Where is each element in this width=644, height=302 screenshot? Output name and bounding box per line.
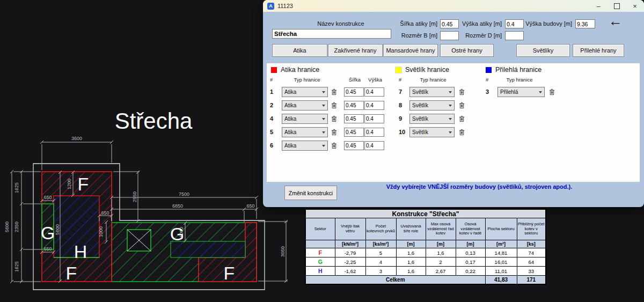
sector-cell: G: [305, 257, 335, 267]
table-cell: -2,25: [335, 257, 365, 267]
titlebar[interactable]: A 11123 – ×: [263, 0, 644, 12]
column-header: Typ hranice: [501, 77, 538, 83]
column-header: Typ hranice: [414, 77, 452, 83]
section-color-swatch: [396, 67, 401, 73]
section-color-swatch: [486, 67, 492, 73]
boundary-type-select[interactable]: Atika: [282, 141, 328, 151]
minimize-button[interactable]: –: [589, 0, 608, 12]
section-header: Přilehlá hranice: [486, 66, 541, 73]
height-input[interactable]: [364, 114, 384, 123]
table-units-cell: [ks]: [517, 240, 546, 248]
boundary-type-select[interactable]: Atika: [282, 127, 328, 137]
column-header: #: [486, 77, 488, 83]
delete-row-button[interactable]: [330, 101, 338, 110]
height-input[interactable]: [364, 141, 384, 150]
maximize-button[interactable]: [608, 0, 626, 12]
toolbar-button-5[interactable]: Světlíky: [516, 44, 570, 57]
boundary-type-select[interactable]: Atika: [282, 87, 328, 97]
delete-row-button[interactable]: [458, 128, 466, 137]
table-cell: 11,01: [485, 267, 517, 276]
dimension-label: 2350: [14, 222, 19, 232]
field-label: Výška budovy [m]: [514, 20, 572, 27]
dimension-label: 650: [101, 210, 109, 216]
height-input[interactable]: [364, 87, 384, 97]
window-title: 11123: [277, 3, 293, 9]
row-number: 5: [270, 129, 280, 135]
desktop: Střecha360056001625235016255600120065065…: [0, 0, 644, 302]
width-input[interactable]: [344, 114, 364, 123]
delete-row-button[interactable]: [458, 114, 466, 123]
close-button[interactable]: ×: [626, 0, 644, 12]
row-number: 7: [399, 89, 408, 95]
boundary-type-select[interactable]: Světlík: [409, 127, 455, 137]
table-units-cell: [305, 240, 335, 248]
sector-label: G: [41, 223, 55, 243]
change-construction-button[interactable]: Změnit konstrukci: [284, 186, 337, 200]
table-header-cell: Vnější tlak větru: [335, 218, 365, 240]
sector-label: G: [170, 224, 184, 244]
width-input[interactable]: [344, 101, 364, 110]
column-header: Typ hranice: [288, 77, 326, 83]
table-cell: 1,6: [396, 257, 426, 267]
section-color-swatch: [271, 67, 277, 73]
width-input[interactable]: [344, 141, 364, 150]
width-input[interactable]: [344, 87, 364, 97]
dialog-window: A 11123 – × Název konstrukce Šířka atiky…: [263, 0, 644, 207]
app-icon: A: [267, 3, 274, 10]
table-header-cell: Max osová vzdálenost řad kotev: [426, 218, 456, 240]
table-header-cell: Přibližný počet kotev v sektoru: [517, 218, 546, 240]
construction-name-input[interactable]: [272, 29, 391, 39]
delete-row-button[interactable]: [458, 87, 466, 97]
dimension-label: 3600: [71, 136, 82, 141]
total-label: Celkem: [305, 276, 485, 285]
table-units-cell: [ks/m²]: [365, 240, 396, 248]
delete-row-button[interactable]: [330, 114, 338, 123]
delete-row-button[interactable]: [330, 141, 338, 150]
table-header-cell: Počet kotevních prvků: [365, 218, 396, 240]
table-units-cell: [m]: [396, 240, 426, 248]
delete-row-button[interactable]: [458, 101, 466, 110]
delete-row-button[interactable]: [330, 128, 338, 137]
boundary-type-select[interactable]: Přilehlá: [497, 87, 545, 97]
section-title: Světlík hranice: [405, 66, 449, 73]
toolbar-button-1[interactable]: Atika: [272, 44, 327, 57]
table-cell: 74: [517, 248, 546, 257]
table-header-cell: Osová vzdálenost kotev v řadě: [456, 218, 485, 240]
dimension-label: 1000: [98, 226, 104, 237]
back-arrow-button[interactable]: ←: [604, 14, 627, 28]
dimension-label: 2550: [132, 191, 137, 202]
toolbar-button-3[interactable]: Mansardové hrany: [383, 44, 438, 57]
table-cell: 2: [426, 257, 456, 267]
table-cell: 0,13: [456, 248, 485, 257]
field-input[interactable]: [505, 31, 524, 40]
table-header-cell: Uvažovaná šíře role: [396, 218, 426, 240]
height-input[interactable]: [364, 101, 384, 110]
delete-row-button[interactable]: [548, 87, 556, 97]
boundary-type-select[interactable]: Atika: [282, 114, 328, 124]
row-number: 1: [270, 89, 280, 95]
table-total-row: Celkem41,83171: [305, 276, 546, 285]
toolbar-button-2[interactable]: Zakřivené hrany: [328, 44, 383, 57]
delete-row-button[interactable]: [330, 87, 338, 97]
field-input[interactable]: [575, 19, 595, 28]
row-number: 8: [399, 102, 408, 108]
table-cell: 1,6: [396, 248, 426, 257]
section-title: Přilehlá hranice: [495, 66, 541, 73]
maximize-icon: [614, 3, 620, 9]
boundary-type-select[interactable]: Světlík: [409, 87, 455, 97]
total-count: 171: [517, 276, 546, 285]
table-cell: 14,81: [485, 248, 517, 257]
dimension-label: 5600: [4, 222, 10, 232]
width-input[interactable]: [344, 128, 364, 137]
height-input[interactable]: [364, 128, 384, 137]
table-cell: 64: [517, 257, 546, 267]
table-units-cell: [m]: [456, 240, 485, 248]
toolbar-button-6[interactable]: Přilehlé hrany: [573, 44, 624, 57]
table-title: Konstrukce "Střecha": [305, 209, 546, 218]
boundary-type-select[interactable]: Atika: [282, 100, 328, 111]
row-number: 6: [270, 142, 280, 149]
toolbar-button-4[interactable]: Ostré hrany: [440, 44, 494, 57]
boundary-type-select[interactable]: Světlík: [409, 114, 455, 124]
boundary-type-select[interactable]: Světlík: [409, 100, 455, 111]
dimension-label: 650: [43, 246, 52, 252]
